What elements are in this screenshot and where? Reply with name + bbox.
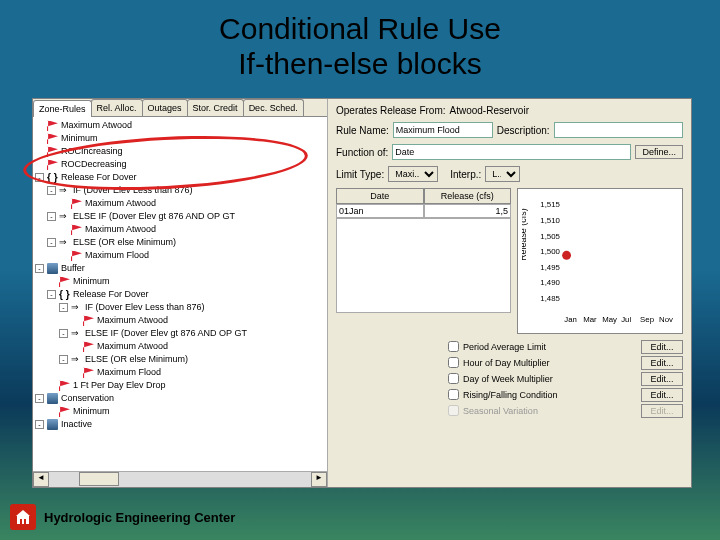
rule-name-input[interactable] — [393, 122, 493, 138]
scroll-left-button[interactable]: ◄ — [33, 472, 49, 487]
options-panel: Period Average LimitEdit...Hour of Day M… — [448, 340, 683, 418]
description-label: Description: — [497, 125, 550, 136]
tree-toggle[interactable]: - — [59, 303, 68, 312]
tree-row[interactable]: -Inactive — [35, 418, 325, 431]
tree-toggle[interactable]: - — [35, 420, 44, 429]
tree-row[interactable]: 1 Ft Per Day Elev Drop — [35, 379, 325, 392]
tree-label: Maximum Atwood — [85, 223, 156, 236]
tree-row[interactable]: Minimum — [35, 132, 325, 145]
description-input[interactable] — [554, 122, 683, 138]
rule-tree[interactable]: Maximum AtwoodMinimumROCIncreasingROCDec… — [33, 117, 327, 471]
flag-icon — [71, 224, 82, 235]
col-date[interactable]: Date — [336, 188, 424, 204]
tree-toggle[interactable]: - — [35, 394, 44, 403]
cell-date[interactable]: 01Jan — [336, 204, 424, 218]
operates-label: Operates Release From: — [336, 105, 446, 116]
data-table: Date Release (cfs) 01Jan 1,5 — [336, 188, 511, 334]
right-pane: Operates Release From: Atwood-Reservoir … — [328, 99, 691, 487]
scroll-right-button[interactable]: ► — [311, 472, 327, 487]
tab-rel-alloc[interactable]: Rel. Alloc. — [91, 99, 143, 116]
scroll-thumb[interactable] — [79, 472, 119, 486]
tree-toggle[interactable]: - — [47, 290, 56, 299]
tab-outages[interactable]: Outages — [142, 99, 188, 116]
tree-label: ROCDecreasing — [61, 158, 127, 171]
option-row: Period Average LimitEdit... — [448, 340, 683, 354]
tree-toggle[interactable]: - — [47, 238, 56, 247]
limit-type-label: Limit Type: — [336, 169, 384, 180]
flag-icon — [59, 276, 70, 287]
tab-zone-rules[interactable]: Zone-Rules — [33, 100, 92, 117]
tree-row[interactable]: -⇒ELSE (OR else Minimum) — [35, 236, 325, 249]
operates-value: Atwood-Reservoir — [450, 105, 529, 116]
arrow-icon: ⇒ — [59, 184, 73, 197]
option-checkbox — [448, 405, 459, 416]
tree-row[interactable]: Maximum Atwood — [35, 223, 325, 236]
interp-select[interactable]: L... — [485, 166, 520, 182]
tree-toggle[interactable]: - — [35, 173, 44, 182]
svg-rect-15 — [20, 519, 22, 524]
tree-row[interactable]: Minimum — [35, 275, 325, 288]
function-label: Function of: — [336, 147, 388, 158]
option-label: Seasonal Variation — [463, 406, 538, 416]
tree-label: Release For Dover — [73, 288, 149, 301]
tree-row[interactable]: -⇒IF (Dover Elev Less than 876) — [35, 184, 325, 197]
tree-row[interactable]: Maximum Atwood — [35, 197, 325, 210]
arrow-icon: ⇒ — [71, 353, 85, 366]
tree-label: Maximum Atwood — [97, 340, 168, 353]
tree-row[interactable]: ROCDecreasing — [35, 158, 325, 171]
option-label: Rising/Falling Condition — [463, 390, 558, 400]
limit-type-select[interactable]: Maxi... — [388, 166, 438, 182]
svg-text:Jan: Jan — [564, 315, 577, 324]
tree-toggle[interactable]: - — [59, 329, 68, 338]
option-checkbox[interactable] — [448, 357, 459, 368]
tree-row[interactable]: ROCIncreasing — [35, 145, 325, 158]
tree-row[interactable]: -Conservation — [35, 392, 325, 405]
table-empty-area[interactable] — [336, 218, 511, 313]
col-release[interactable]: Release (cfs) — [424, 188, 512, 204]
flag-icon — [59, 380, 70, 391]
tree-label: Release For Dover — [61, 171, 137, 184]
tree-row[interactable]: -⇒ELSE IF (Dover Elev gt 876 AND OP GT — [35, 210, 325, 223]
edit-button[interactable]: Edit... — [641, 372, 683, 386]
tree-label: Minimum — [73, 405, 110, 418]
cell-release[interactable]: 1,5 — [424, 204, 512, 218]
option-checkbox[interactable] — [448, 341, 459, 352]
edit-button[interactable]: Edit... — [641, 356, 683, 370]
tree-row[interactable]: -⇒ELSE IF (Dover Elev gt 876 AND OP GT — [35, 327, 325, 340]
horizontal-scrollbar[interactable]: ◄ ► — [33, 471, 327, 487]
svg-text:Sep: Sep — [640, 315, 655, 324]
tree-row[interactable]: Minimum — [35, 405, 325, 418]
tree-row[interactable]: -⇒IF (Dover Elev Less than 876) — [35, 301, 325, 314]
tab-stor-credit[interactable]: Stor. Credit — [187, 99, 244, 116]
tree-label: Maximum Atwood — [61, 119, 132, 132]
tree-toggle[interactable]: - — [35, 264, 44, 273]
tree-toggle[interactable]: - — [47, 186, 56, 195]
flag-icon — [47, 133, 58, 144]
tree-row[interactable]: Maximum Atwood — [35, 314, 325, 327]
edit-button: Edit... — [641, 404, 683, 418]
tree-row[interactable]: -⇒ELSE (OR else Minimum) — [35, 353, 325, 366]
function-input[interactable] — [392, 144, 631, 160]
edit-button[interactable]: Edit... — [641, 388, 683, 402]
tree-toggle[interactable]: - — [59, 355, 68, 364]
svg-text:1,510: 1,510 — [540, 216, 560, 225]
tree-row[interactable]: -{ }Release For Dover — [35, 171, 325, 184]
option-checkbox[interactable] — [448, 389, 459, 400]
option-row: Seasonal VariationEdit... — [448, 404, 683, 418]
tree-row[interactable]: Maximum Flood — [35, 249, 325, 262]
define-button[interactable]: Define... — [635, 145, 683, 159]
tree-row[interactable]: -Buffer — [35, 262, 325, 275]
tree-toggle[interactable]: - — [47, 212, 56, 221]
tree-row[interactable]: -{ }Release For Dover — [35, 288, 325, 301]
tab-dec-sched[interactable]: Dec. Sched. — [243, 99, 304, 116]
tree-row[interactable]: Maximum Atwood — [35, 119, 325, 132]
rule-name-label: Rule Name: — [336, 125, 389, 136]
tree-row[interactable]: Maximum Atwood — [35, 340, 325, 353]
edit-button[interactable]: Edit... — [641, 340, 683, 354]
flag-icon — [83, 341, 94, 352]
tree-label: Maximum Flood — [85, 249, 149, 262]
scroll-track[interactable] — [49, 472, 311, 487]
flag-icon — [47, 120, 58, 131]
tree-row[interactable]: Maximum Flood — [35, 366, 325, 379]
option-checkbox[interactable] — [448, 373, 459, 384]
